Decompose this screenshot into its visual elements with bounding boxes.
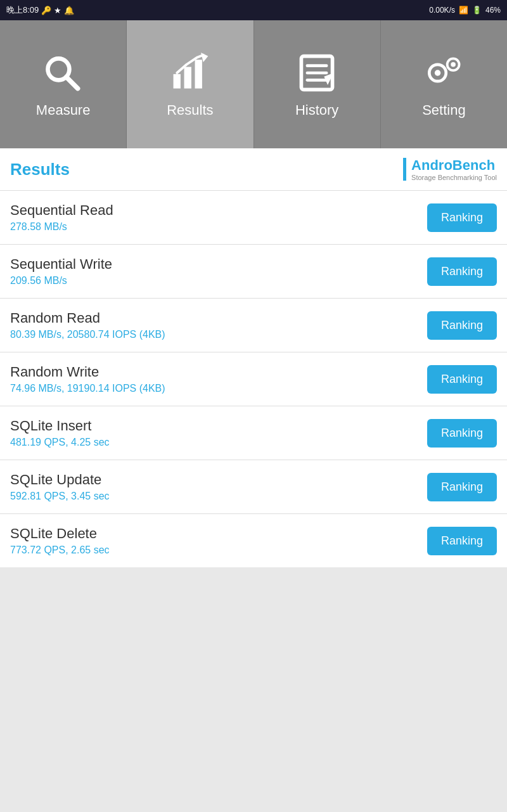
battery-percent: 46%: [485, 6, 501, 15]
result-info-4: SQLite Insert 481.19 QPS, 4.25 sec: [10, 418, 110, 448]
result-info-6: SQLite Delete 773.72 QPS, 2.65 sec: [10, 525, 110, 556]
ranking-button-6[interactable]: Ranking: [427, 527, 497, 555]
wifi-icon: 📶: [459, 6, 468, 15]
result-value-0: 278.58 MB/s: [10, 221, 113, 233]
result-name-5: SQLite Update: [10, 472, 110, 488]
setting-icon: [421, 50, 466, 96]
results-header: Results AndroBench Storage Benchmarking …: [0, 148, 507, 191]
ranking-button-0[interactable]: Ranking: [427, 203, 497, 232]
result-name-0: Sequential Read: [10, 202, 113, 219]
ranking-button-3[interactable]: Ranking: [427, 365, 497, 394]
ranking-button-5[interactable]: Ranking: [427, 473, 497, 501]
brand-name: AndroBench: [411, 157, 495, 174]
result-item-0: Sequential Read 278.58 MB/s Ranking: [0, 191, 507, 245]
result-value-5: 592.81 QPS, 3.45 sec: [10, 491, 110, 502]
tab-measure-label: Measure: [36, 102, 91, 119]
svg-point-12: [435, 70, 440, 75]
results-list: Sequential Read 278.58 MB/s Ranking Sequ…: [0, 191, 507, 567]
brand-subtitle: Storage Benchmarking Tool: [411, 174, 497, 181]
result-name-6: SQLite Delete: [10, 525, 110, 542]
result-value-3: 74.96 MB/s, 19190.14 IOPS (4KB): [10, 383, 165, 394]
result-name-4: SQLite Insert: [10, 418, 110, 434]
result-name-2: Random Read: [10, 310, 165, 326]
tab-results[interactable]: Results: [127, 20, 254, 148]
tab-measure[interactable]: Measure: [0, 20, 127, 148]
svg-rect-2: [173, 74, 180, 89]
result-item-3: Random Write 74.96 MB/s, 19190.14 IOPS (…: [0, 352, 507, 406]
brand-name-bench: Bench: [452, 157, 495, 173]
tab-setting-label: Setting: [422, 102, 466, 119]
result-name-3: Random Write: [10, 364, 165, 380]
main-content: Results AndroBench Storage Benchmarking …: [0, 148, 507, 567]
result-info-2: Random Read 80.39 MB/s, 20580.74 IOPS (4…: [10, 310, 165, 340]
result-item-1: Sequential Write 209.56 MB/s Ranking: [0, 245, 507, 299]
ranking-button-2[interactable]: Ranking: [427, 311, 497, 340]
measure-icon: [41, 50, 86, 96]
status-left: 晚上8:09 🔑 ★ 🔔: [6, 4, 74, 16]
result-value-6: 773.72 QPS, 2.65 sec: [10, 545, 110, 556]
result-info-5: SQLite Update 592.81 QPS, 3.45 sec: [10, 472, 110, 502]
brand-logo: AndroBench Storage Benchmarking Tool: [403, 157, 497, 181]
tab-history[interactable]: History: [254, 20, 381, 148]
brand-name-andro: Andro: [411, 157, 452, 173]
svg-rect-3: [184, 67, 191, 89]
result-value-1: 209.56 MB/s: [10, 275, 112, 287]
result-name-1: Sequential Write: [10, 256, 112, 273]
result-info-1: Sequential Write 209.56 MB/s: [10, 256, 112, 287]
status-bar: 晚上8:09 🔑 ★ 🔔 0.00K/s 📶 🔋 46%: [0, 0, 507, 20]
tab-history-label: History: [295, 102, 338, 119]
result-item-4: SQLite Insert 481.19 QPS, 4.25 sec Ranki…: [0, 406, 507, 460]
ranking-button-4[interactable]: Ranking: [427, 419, 497, 448]
svg-line-1: [66, 77, 77, 89]
battery-icon: 🔋: [472, 6, 482, 15]
results-title: Results: [10, 160, 70, 179]
svg-rect-4: [195, 60, 202, 88]
status-time: 晚上8:09: [6, 4, 39, 16]
brand-logo-text: AndroBench Storage Benchmarking Tool: [411, 157, 497, 181]
nav-tabs: Measure Results History: [0, 20, 507, 148]
brand-logo-bar: [403, 158, 406, 181]
history-icon: [294, 50, 340, 96]
svg-point-14: [451, 62, 456, 67]
network-speed: 0.00K/s: [429, 6, 455, 15]
result-item-6: SQLite Delete 773.72 QPS, 2.65 sec Ranki…: [0, 514, 507, 567]
status-icons: 🔑 ★ 🔔: [41, 6, 74, 15]
results-icon: [167, 50, 213, 96]
result-item-2: Random Read 80.39 MB/s, 20580.74 IOPS (4…: [0, 299, 507, 352]
ranking-button-1[interactable]: Ranking: [427, 257, 497, 286]
result-value-4: 481.19 QPS, 4.25 sec: [10, 437, 110, 448]
tab-setting[interactable]: Setting: [381, 20, 507, 148]
result-item-5: SQLite Update 592.81 QPS, 3.45 sec Ranki…: [0, 460, 507, 514]
result-info-3: Random Write 74.96 MB/s, 19190.14 IOPS (…: [10, 364, 165, 394]
tab-results-label: Results: [167, 102, 213, 119]
status-right: 0.00K/s 📶 🔋 46%: [429, 6, 501, 15]
result-value-2: 80.39 MB/s, 20580.74 IOPS (4KB): [10, 329, 165, 340]
result-info-0: Sequential Read 278.58 MB/s: [10, 202, 113, 233]
